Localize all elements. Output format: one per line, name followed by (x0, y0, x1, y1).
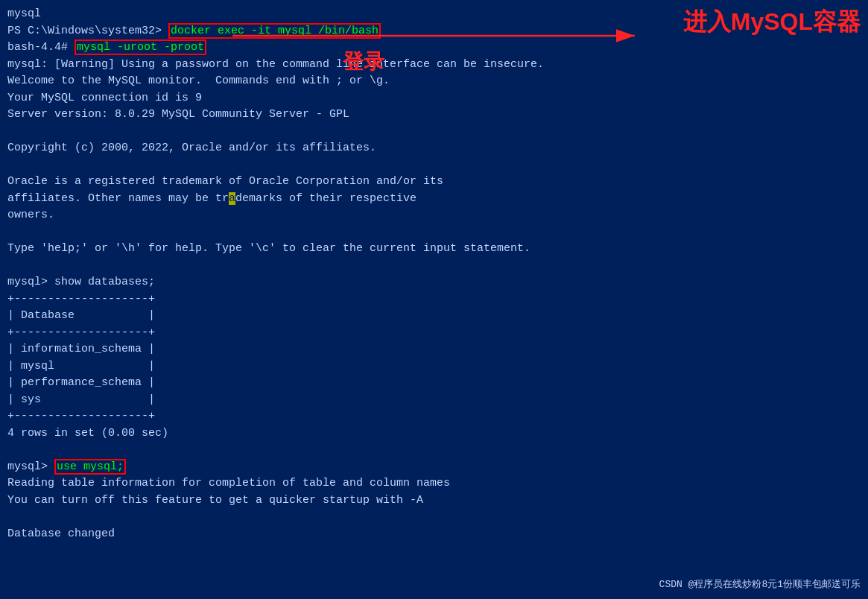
highlight-char-a: a (229, 192, 235, 205)
use-cmd-highlight: use mysql; (54, 459, 126, 475)
line-db-perf-schema: | performance_schema | (7, 375, 861, 392)
line-db-mysql: | mysql | (7, 358, 861, 375)
line-table-top: +--------------------+ (7, 291, 861, 308)
line-oracle2: affiliates. Other names may be trademark… (7, 191, 861, 208)
line-copyright: Copyright (c) 2000, 2022, Oracle and/or … (7, 140, 861, 157)
line-rows: 4 rows in set (0.00 sec) (7, 425, 861, 443)
line-table-bottom: +--------------------+ (7, 408, 861, 425)
annotation-login: 登录 (343, 46, 384, 77)
annotation-enter-mysql: 进入MySQL容器 (683, 4, 861, 39)
line-db-changed: Database changed (7, 526, 861, 543)
line-blank6 (7, 509, 861, 526)
line-reading: Reading table information for completion… (7, 475, 861, 492)
line-blank5 (7, 442, 861, 459)
terminal: mysql PS C:\Windows\system32> docker exe… (0, 0, 868, 599)
line-blank3 (7, 224, 861, 241)
line-blank4 (7, 258, 861, 275)
line-3: bash-4.4# mysql -uroot -proot (7, 39, 861, 57)
line-server: Server version: 8.0.29 MySQL Community S… (7, 107, 861, 124)
line-show-db: mysql> show databases; (7, 274, 861, 291)
line-table-header: | Database | (7, 308, 861, 325)
docker-cmd-highlight: docker exec -it mysql /bin/bash (168, 23, 381, 39)
line-welcome: Welcome to the MySQL monitor. Commands e… (7, 73, 861, 90)
line-connid: Your MySQL connection id is 9 (7, 90, 861, 107)
line-table-sep: +--------------------+ (7, 325, 861, 342)
line-blank1 (7, 124, 861, 141)
line-use-mysql: mysql> use mysql; (7, 459, 861, 476)
line-warning: mysql: [Warning] Using a password on the… (7, 57, 861, 74)
line-turnoff: You can turn off this feature to get a q… (7, 492, 861, 510)
line-db-sys: | sys | (7, 392, 861, 409)
line-oracle3: owners. (7, 207, 861, 224)
line-oracle1: Oracle is a registered trademark of Orac… (7, 174, 861, 191)
line-help: Type 'help;' or '\h' for help. Type '\c'… (7, 241, 861, 258)
login-cmd-highlight: mysql -uroot -proot (75, 39, 206, 55)
line-db-info-schema: | information_schema | (7, 341, 861, 358)
bottom-label: CSDN @程序员在线炒粉8元1份顺丰包邮送可乐 (659, 577, 861, 592)
line-blank2 (7, 157, 861, 174)
